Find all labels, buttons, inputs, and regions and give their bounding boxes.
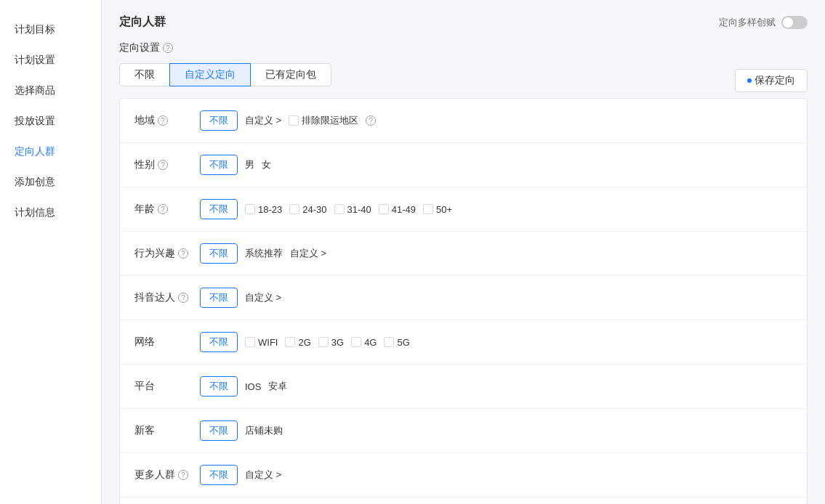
- tab-group: 不限自定义定向已有定向包: [119, 63, 331, 86]
- checkbox-age-41-49[interactable]: 41-49: [379, 204, 416, 215]
- help-icon-age[interactable]: ?: [158, 204, 168, 214]
- sidebar-item-plan-settings[interactable]: 计划设置: [0, 45, 101, 76]
- checkbox-label-network-2: 2G: [298, 337, 310, 348]
- link-arrow-region-1[interactable]: 自定义 >: [245, 114, 281, 127]
- tab-existing[interactable]: 已有定向包: [250, 63, 331, 86]
- btn-unlimited-region[interactable]: 不限: [200, 110, 238, 131]
- sidebar-item-plan-info[interactable]: 计划信息: [0, 198, 101, 228]
- help-icon-more-audience[interactable]: ?: [178, 470, 188, 480]
- setting-row-behavior-interest: 行为兴趣?不限系统推荐自定义 >: [120, 232, 807, 276]
- checkbox-box-age-5: [423, 204, 433, 214]
- checkbox-age-31-40[interactable]: 31-40: [334, 204, 371, 215]
- row-controls-more-audience: 不限自定义 >: [200, 465, 281, 485]
- checkbox-label-network-4: 4G: [364, 337, 377, 348]
- checkbox-age-24-30[interactable]: 24-30: [289, 204, 326, 215]
- opt-text-platform-2[interactable]: 安卓: [268, 380, 287, 393]
- row-label-gender: 性别?: [134, 158, 200, 171]
- btn-unlimited-age[interactable]: 不限: [200, 199, 238, 219]
- btn-unlimited-behavior-interest[interactable]: 不限: [200, 243, 238, 264]
- save-btn-label: 保存定向: [754, 74, 795, 87]
- checkbox-label-network-5: 5G: [397, 337, 409, 348]
- sidebar-item-add-creative[interactable]: 添加创意: [0, 167, 101, 198]
- row-controls-gender: 不限男女: [200, 155, 271, 175]
- row-controls-behavior-interest: 不限系统推荐自定义 >: [200, 243, 326, 264]
- checkbox-network-4G[interactable]: 4G: [351, 337, 377, 348]
- help-icon-region[interactable]: ?: [158, 115, 168, 126]
- opt-text-behavior-interest-1[interactable]: 系统推荐: [245, 247, 283, 260]
- checkbox-network-3G[interactable]: 3G: [318, 337, 344, 348]
- settings-panel: 地域?不限自定义 >排除限运地区?性别?不限男女年龄?不限18-2324-303…: [119, 98, 808, 504]
- sidebar-item-select-product[interactable]: 选择商品: [0, 76, 101, 106]
- checkbox-box-age-1: [245, 204, 255, 214]
- tab-unlimited[interactable]: 不限: [119, 63, 170, 86]
- diversity-toggle-switch[interactable]: [781, 16, 808, 29]
- checkbox-label-age-5: 50+: [436, 204, 452, 215]
- row-label-behavior-interest: 行为兴趣?: [134, 247, 200, 260]
- btn-unlimited-more-audience[interactable]: 不限: [200, 465, 238, 485]
- opt-text-platform-1[interactable]: IOS: [245, 381, 261, 392]
- sidebar-item-plan-goal[interactable]: 计划目标: [0, 15, 101, 45]
- row-label-network: 网络: [134, 336, 200, 349]
- row-label-new-customer: 新客: [134, 424, 200, 437]
- opt-text-new-customer-1[interactable]: 店铺未购: [245, 424, 283, 437]
- checkbox-box-region-2: [289, 115, 299, 126]
- row-label-region: 地域?: [134, 114, 200, 127]
- row-controls-region: 不限自定义 >排除限运地区?: [200, 110, 376, 131]
- checkbox-label-age-3: 31-40: [347, 204, 371, 215]
- checkbox-label-age-4: 41-49: [392, 204, 416, 215]
- diversity-label: 定向多样创赋: [719, 16, 776, 29]
- btn-unlimited-new-customer[interactable]: 不限: [200, 420, 238, 441]
- btn-unlimited-network[interactable]: 不限: [200, 332, 238, 352]
- targeting-help-icon[interactable]: ?: [163, 43, 173, 53]
- setting-row-more-audience: 更多人群?不限自定义 >: [120, 453, 807, 497]
- opt-text-gender-2[interactable]: 女: [262, 158, 271, 171]
- link-arrow-more-audience-1[interactable]: 自定义 >: [245, 468, 281, 481]
- opt-text-gender-1[interactable]: 男: [245, 158, 254, 171]
- save-targeting-button[interactable]: 保存定向: [735, 69, 808, 92]
- help-icon-behavior-interest[interactable]: ?: [178, 248, 188, 259]
- btn-unlimited-platform[interactable]: 不限: [200, 376, 238, 397]
- tab-custom[interactable]: 自定义定向: [169, 63, 251, 86]
- sidebar-item-target-audience[interactable]: 定向人群: [0, 137, 101, 167]
- sidebar-item-playback-settings[interactable]: 投放设置: [0, 106, 101, 137]
- tab-row: 不限自定义定向已有定向包 保存定向: [119, 63, 808, 98]
- help-icon-inline-region-3[interactable]: ?: [366, 115, 376, 126]
- checkbox-network-WIFI[interactable]: WIFI: [245, 337, 278, 348]
- row-label-platform: 平台: [134, 380, 200, 393]
- checkbox-box-network-2: [285, 337, 295, 347]
- checkbox-box-network-1: [245, 337, 255, 347]
- checkbox-label-age-2: 24-30: [302, 204, 326, 215]
- page-title: 定向人群: [119, 15, 166, 30]
- row-controls-douyin-kol: 不限自定义 >: [200, 288, 281, 308]
- targeting-section-label: 定向设置 ?: [119, 41, 808, 54]
- setting-row-age: 年龄?不限18-2324-3031-4041-4950+: [120, 187, 807, 232]
- row-label-age: 年龄?: [134, 203, 200, 216]
- help-icon-gender[interactable]: ?: [158, 160, 168, 170]
- checkbox-age-18-23[interactable]: 18-23: [245, 204, 282, 215]
- checkbox-network-5G[interactable]: 5G: [384, 337, 409, 348]
- checkbox-label-network-3: 3G: [331, 337, 344, 348]
- setting-row-network: 网络不限WIFI2G3G4G5G: [120, 320, 807, 365]
- checkbox-box-network-5: [384, 337, 394, 347]
- setting-row-new-customer: 新客不限店铺未购: [120, 409, 807, 453]
- btn-unlimited-douyin-kol[interactable]: 不限: [200, 288, 238, 308]
- page-header: 定向人群 定向多样创赋: [119, 15, 808, 30]
- row-controls-age: 不限18-2324-3031-4041-4950+: [200, 199, 452, 219]
- checkbox-age-50+[interactable]: 50+: [423, 204, 452, 215]
- link-arrow-behavior-interest-2[interactable]: 自定义 >: [290, 247, 326, 260]
- setting-row-region: 地域?不限自定义 >排除限运地区?: [120, 99, 807, 143]
- checkbox-label-age-1: 18-23: [258, 204, 282, 215]
- sidebar: 计划目标计划设置选择商品投放设置定向人群添加创意计划信息: [0, 0, 102, 504]
- setting-row-platform: 平台不限IOS安卓: [120, 365, 807, 409]
- setting-row-smart-effect: 智能效量?不启用地域性别年龄行为兴趣更多人群·自定义人群: [120, 497, 807, 504]
- setting-row-douyin-kol: 抖音达人?不限自定义 >: [120, 276, 807, 320]
- checkbox-label-region-2: 排除限运地区: [302, 114, 358, 127]
- checkbox-network-2G[interactable]: 2G: [285, 337, 310, 348]
- checkbox-box-age-2: [289, 204, 299, 214]
- diversity-toggle-area: 定向多样创赋: [719, 16, 808, 29]
- checkbox-region-排除限运地区[interactable]: 排除限运地区: [289, 114, 358, 127]
- link-arrow-douyin-kol-1[interactable]: 自定义 >: [245, 291, 281, 304]
- btn-unlimited-gender[interactable]: 不限: [200, 155, 238, 175]
- help-icon-douyin-kol[interactable]: ?: [178, 293, 188, 303]
- checkbox-box-age-3: [334, 204, 345, 214]
